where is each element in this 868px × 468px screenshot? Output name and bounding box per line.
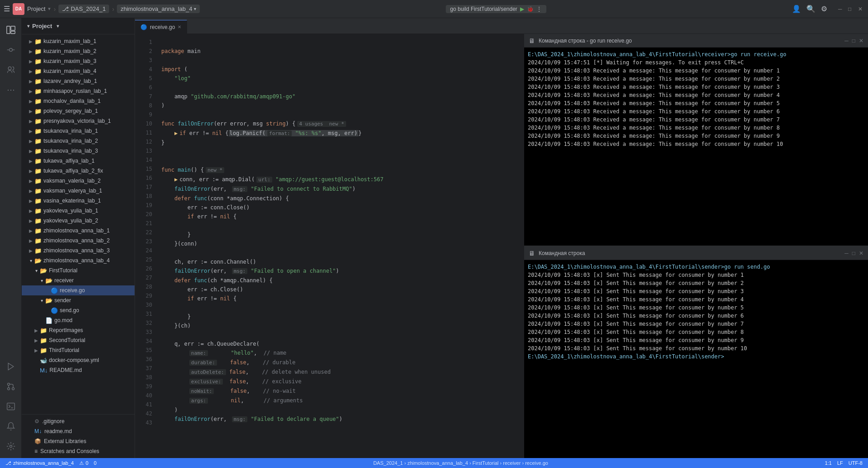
scratches-label: Scratches and Consoles — [40, 448, 99, 454]
folder-icon: 📁 — [34, 38, 42, 45]
sidebar-item-FirstTutorial[interactable]: ▾ 📂 FirstTutorial — [22, 265, 135, 275]
sidebar-item-kuzarin_maxim_lab_1[interactable]: ▶ 📁 kuzarin_maxim_lab_1 — [22, 36, 135, 46]
svg-point-6 — [8, 67, 11, 70]
sidebar-item-receiver[interactable]: ▾ 📂 receiver — [22, 275, 135, 285]
activity-notifications-icon[interactable] — [3, 418, 19, 434]
term1-msg-10: 2024/10/09 15:48:03 Received a message: … — [528, 140, 864, 148]
activity-terminal-icon[interactable] — [3, 398, 19, 415]
sidebar-item-polevoy[interactable]: ▶ 📁 polevoy_sergey_lab_1 — [22, 106, 135, 116]
sidebar-item-presnyakova[interactable]: ▶ 📁 presnyakova_victoria_lab_1 — [22, 116, 135, 126]
sidebar-item-README[interactable]: ▶ M↓ README.md — [22, 365, 135, 375]
status-line-col[interactable]: 1:1 — [825, 460, 832, 466]
sidebar-item-zhim1[interactable]: ▶ 📁 zhimolostnova_anna_lab_1 — [22, 226, 135, 236]
term1-msg-2: 2024/10/09 15:48:03 Received a message: … — [528, 75, 864, 83]
activity-project-icon[interactable] — [3, 22, 19, 38]
project-dropdown-arrow[interactable]: ▾ — [48, 6, 51, 12]
folder-open-icon: 📂 — [45, 297, 53, 304]
sidebar-item-scratches[interactable]: ≡ Scratches and Consoles — [22, 446, 135, 456]
sidebar-item-SecondTutorial[interactable]: ▶ 📁 SecondTutorial — [22, 335, 135, 345]
folder-icon: 📁 — [34, 158, 42, 164]
sidebar-item-vaksman1[interactable]: ▶ 📁 vaksman_valerya_lab_1 — [22, 186, 135, 196]
status-git[interactable]: ⎇ zhimolostnova_anna_lab_4 — [5, 460, 74, 466]
line-numbers: 12345 678910 1112131415 1617181920 21222… — [135, 34, 158, 458]
tab-receive-go[interactable]: 🔵 receive.go ✕ — [135, 20, 187, 34]
sidebar-item-tsukanova1[interactable]: ▶ 📁 tsukanova_irina_lab_1 — [22, 126, 135, 136]
sidebar-item-yakovleva1[interactable]: ▶ 📁 yakovleva_yulia_lab_1 — [22, 206, 135, 216]
sidebar-item-kuzarin_maxim_lab_2[interactable]: ▶ 📁 kuzarin_maxim_lab_2 — [22, 46, 135, 56]
activity-team-icon[interactable] — [3, 62, 19, 78]
sidebar-item-ThirdTutorial[interactable]: ▶ 📁 ThirdTutorial — [22, 345, 135, 355]
activity-run-icon[interactable] — [3, 358, 19, 375]
terminal-2-controls: ─ □ ✕ — [844, 250, 863, 256]
terminal-2-content[interactable]: E:\DAS_2024_1\zhimolostnova_anna_lab_4\F… — [524, 260, 868, 458]
hamburger-icon[interactable]: ☰ — [4, 5, 10, 13]
activity-bar: ⋯ — [0, 18, 22, 458]
run-icon[interactable]: ▶ — [520, 6, 524, 12]
sidebar-item-kuzarin_maxim_lab_3[interactable]: ▶ 📁 kuzarin_maxim_lab_3 — [22, 56, 135, 66]
maximize-button[interactable]: □ — [848, 6, 854, 12]
sidebar-item-zhim4[interactable]: ▾ 📂 zhimolostnova_anna_lab_4 — [22, 256, 135, 265]
sidebar-item-minhasapov[interactable]: ▶ 📁 minhasapov_ruslan_lab_1 — [22, 86, 135, 96]
term2-close[interactable]: ✕ — [859, 250, 863, 256]
sidebar-item-lazarev_andrey_lab_1[interactable]: ▶ 📁 lazarev_andrey_lab_1 — [22, 76, 135, 86]
sidebar-item-tsukanova2[interactable]: ▶ 📁 tsukanova_irina_lab_2 — [22, 136, 135, 146]
activity-git-icon[interactable] — [3, 378, 19, 395]
term1-maximize[interactable]: □ — [852, 38, 855, 44]
sidebar-item-external-libraries[interactable]: 📦 External Libraries — [22, 436, 135, 446]
term1-close[interactable]: ✕ — [859, 38, 863, 44]
sidebar-item-readme-md[interactable]: M↓ readme.md — [22, 426, 135, 436]
activity-commit-icon[interactable] — [3, 42, 19, 58]
sidebar-item-send-go[interactable]: ▶ 🔵 send.go — [22, 305, 135, 315]
term2-msg-6: 2024/10/09 15:48:03 [x] Sent This messag… — [528, 312, 864, 320]
folder-open-icon: 📂 — [34, 257, 42, 264]
sidebar-item-kuzarin_maxim_lab_4[interactable]: ▶ 📁 kuzarin_maxim_lab_4 — [22, 66, 135, 76]
sidebar-item-tsukanova3[interactable]: ▶ 📁 tsukanova_irina_lab_3 — [22, 146, 135, 156]
branch-selector[interactable]: ⎇ DAS_2024_1 — [58, 5, 109, 13]
folder-icon: 📁 — [40, 347, 47, 354]
user-icon[interactable]: 👤 — [792, 5, 801, 13]
activity-settings-bottom-icon[interactable] — [3, 438, 19, 454]
sidebar-item-ReportImages[interactable]: ▶ 📁 ReportImages — [22, 325, 135, 335]
sidebar-item-mochalov[interactable]: ▶ 📁 mochalov_danila_lab_1 — [22, 96, 135, 106]
term2-maximize[interactable]: □ — [852, 250, 855, 256]
sidebar-item-vaksman2[interactable]: ▶ 📁 vaksman_valeria_lab_2 — [22, 176, 135, 186]
folder-icon: 📁 — [34, 198, 42, 204]
term1-msg-8: 2024/10/09 15:48:03 Received a message: … — [528, 124, 864, 132]
terminal-2: 🖥 Командная строка ─ □ ✕ E:\DAS_2024_1\z… — [524, 246, 868, 458]
terminal-1-content[interactable]: E:\DAS_2024_1\zhimolostnova_anna_lab_4\F… — [524, 48, 868, 246]
status-lf[interactable]: LF — [837, 460, 843, 466]
tab-close-button[interactable]: ✕ — [178, 24, 181, 29]
sidebar-header[interactable]: ▾ Project ▾ — [22, 18, 135, 34]
status-encoding[interactable]: UTF-8 — [849, 460, 863, 466]
code-editor[interactable]: 12345 678910 1112131415 1617181920 21222… — [135, 34, 524, 458]
branch-name-label[interactable]: zhimolostnova_anna_lab_4 ▾ — [117, 5, 200, 13]
search-top-icon[interactable]: 🔍 — [806, 5, 815, 13]
sidebar-item-tukaeva1[interactable]: ▶ 📁 tukaeva_alfiya_lab_1 — [22, 156, 135, 166]
minimize-button[interactable]: ─ — [838, 6, 844, 12]
run-configuration[interactable]: go build FirstTutorial/sender ▶ 🐞 ⋮ — [446, 5, 546, 13]
sidebar-item-sender[interactable]: ▾ 📂 sender — [22, 295, 135, 305]
sidebar-item-docker-compose[interactable]: ▶ 🐋 docker-compose.yml — [22, 355, 135, 365]
term2-msg-1: 2024/10/09 15:48:03 [x] Sent This messag… — [528, 271, 864, 279]
sidebar-item-receive-go[interactable]: ▶ 🔵 receive.go — [22, 285, 135, 295]
status-errors[interactable]: ⚠ 0 — [79, 460, 88, 466]
activity-more-icon[interactable]: ⋯ — [3, 82, 19, 98]
status-warnings[interactable]: 0 — [94, 460, 96, 466]
close-button[interactable]: ✕ — [858, 6, 864, 12]
sidebar-item-zhim3[interactable]: ▶ 📁 zhimolostnova_anna_lab_3 — [22, 246, 135, 256]
debug-icon[interactable]: 🐞 — [527, 6, 534, 12]
project-label[interactable]: Project — [27, 5, 45, 12]
sidebar-item-zhim2[interactable]: ▶ 📁 zhimolostnova_anna_lab_2 — [22, 236, 135, 246]
sidebar-item-gitignore[interactable]: ⚙ .gitignore — [22, 416, 135, 426]
term1-msg-3: 2024/10/09 15:48:03 Received a message: … — [528, 83, 864, 91]
sidebar-item-tukaeva2[interactable]: ▶ 📁 tukaeva_alfiya_lab_2_fix — [22, 166, 135, 176]
more-icon[interactable]: ⋮ — [536, 6, 542, 12]
svg-marker-7 — [8, 363, 14, 370]
settings-icon[interactable]: ⚙ — [821, 5, 827, 13]
sidebar-item-yakovleva2[interactable]: ▶ 📁 yakovleva_yulia_lab_2 — [22, 216, 135, 226]
term1-minimize[interactable]: ─ — [844, 38, 849, 44]
sidebar-item-go-mod[interactable]: ▶ 📄 go.mod — [22, 315, 135, 325]
term2-minimize[interactable]: ─ — [844, 250, 849, 256]
sidebar-item-vasina[interactable]: ▶ 📁 vasina_ekaterina_lab_1 — [22, 196, 135, 206]
code-content[interactable]: package main import ( "log" amqp "github… — [158, 34, 524, 458]
